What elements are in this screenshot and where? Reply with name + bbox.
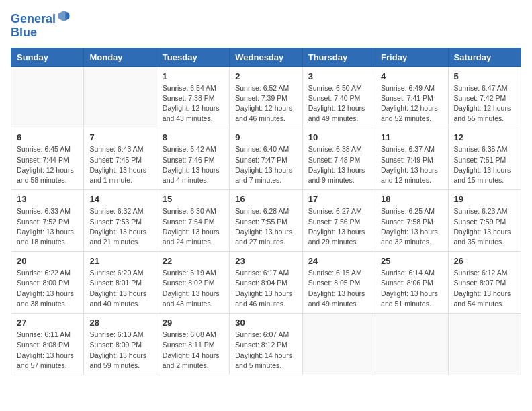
calendar-cell: 9Sunrise: 6:40 AM Sunset: 7:47 PM Daylig…	[230, 128, 302, 190]
day-number: 27	[17, 318, 78, 328]
day-number: 29	[163, 318, 224, 328]
calendar-cell: 12Sunrise: 6:35 AM Sunset: 7:51 PM Dayli…	[448, 128, 521, 190]
day-info: Sunrise: 6:19 AM Sunset: 8:02 PM Dayligh…	[163, 268, 224, 309]
calendar-cell: 26Sunrise: 6:12 AM Sunset: 8:07 PM Dayli…	[448, 252, 521, 314]
day-number: 4	[381, 71, 442, 81]
calendar-cell: 15Sunrise: 6:30 AM Sunset: 7:54 PM Dayli…	[157, 190, 229, 252]
day-number: 13	[17, 194, 78, 204]
day-info: Sunrise: 6:43 AM Sunset: 7:45 PM Dayligh…	[89, 144, 150, 185]
calendar-cell: 22Sunrise: 6:19 AM Sunset: 8:02 PM Dayli…	[157, 252, 229, 314]
day-info: Sunrise: 6:42 AM Sunset: 7:46 PM Dayligh…	[163, 144, 224, 185]
day-info: Sunrise: 6:22 AM Sunset: 8:00 PM Dayligh…	[17, 268, 78, 309]
day-info: Sunrise: 6:28 AM Sunset: 7:55 PM Dayligh…	[235, 206, 296, 247]
day-number: 26	[454, 256, 515, 266]
day-info: Sunrise: 6:23 AM Sunset: 7:59 PM Dayligh…	[454, 206, 515, 247]
calendar-cell: 8Sunrise: 6:42 AM Sunset: 7:46 PM Daylig…	[157, 128, 229, 190]
day-info: Sunrise: 6:12 AM Sunset: 8:07 PM Dayligh…	[454, 268, 515, 309]
logo-general: General	[11, 12, 56, 26]
week-row-3: 13Sunrise: 6:33 AM Sunset: 7:52 PM Dayli…	[11, 190, 521, 252]
calendar-cell	[302, 314, 375, 375]
day-number: 20	[17, 256, 78, 266]
day-number: 30	[235, 318, 296, 328]
day-info: Sunrise: 6:38 AM Sunset: 7:48 PM Dayligh…	[308, 144, 369, 185]
week-row-1: 1Sunrise: 6:54 AM Sunset: 7:38 PM Daylig…	[11, 66, 521, 128]
day-info: Sunrise: 6:35 AM Sunset: 7:51 PM Dayligh…	[454, 144, 515, 185]
week-row-2: 6Sunrise: 6:45 AM Sunset: 7:44 PM Daylig…	[11, 128, 521, 190]
day-number: 3	[308, 71, 369, 81]
day-number: 15	[163, 194, 224, 204]
page-header: General Blue	[11, 11, 521, 40]
calendar-cell: 23Sunrise: 6:17 AM Sunset: 8:04 PM Dayli…	[230, 252, 302, 314]
day-number: 24	[308, 256, 369, 266]
calendar-cell: 29Sunrise: 6:08 AM Sunset: 8:11 PM Dayli…	[157, 314, 229, 375]
day-info: Sunrise: 6:32 AM Sunset: 7:53 PM Dayligh…	[89, 206, 150, 247]
calendar-cell: 7Sunrise: 6:43 AM Sunset: 7:45 PM Daylig…	[84, 128, 157, 190]
day-info: Sunrise: 6:17 AM Sunset: 8:04 PM Dayligh…	[235, 268, 296, 309]
calendar-cell: 18Sunrise: 6:25 AM Sunset: 7:58 PM Dayli…	[375, 190, 448, 252]
day-number: 9	[235, 132, 296, 142]
calendar-cell: 16Sunrise: 6:28 AM Sunset: 7:55 PM Dayli…	[230, 190, 302, 252]
day-number: 22	[163, 256, 224, 266]
logo-icon	[57, 9, 71, 23]
calendar-cell: 1Sunrise: 6:54 AM Sunset: 7:38 PM Daylig…	[157, 66, 229, 128]
calendar-cell: 25Sunrise: 6:14 AM Sunset: 8:06 PM Dayli…	[375, 252, 448, 314]
day-number: 6	[17, 132, 78, 142]
day-number: 18	[381, 194, 442, 204]
calendar-cell: 30Sunrise: 6:07 AM Sunset: 8:12 PM Dayli…	[230, 314, 302, 375]
day-info: Sunrise: 6:14 AM Sunset: 8:06 PM Dayligh…	[381, 268, 442, 309]
day-number: 5	[454, 71, 515, 81]
day-number: 23	[235, 256, 296, 266]
day-info: Sunrise: 6:25 AM Sunset: 7:58 PM Dayligh…	[381, 206, 442, 247]
day-number: 19	[454, 194, 515, 204]
day-info: Sunrise: 6:54 AM Sunset: 7:38 PM Dayligh…	[163, 83, 224, 124]
day-info: Sunrise: 6:07 AM Sunset: 8:12 PM Dayligh…	[235, 330, 296, 371]
calendar-cell: 14Sunrise: 6:32 AM Sunset: 7:53 PM Dayli…	[84, 190, 157, 252]
week-row-4: 20Sunrise: 6:22 AM Sunset: 8:00 PM Dayli…	[11, 252, 521, 314]
calendar-cell	[375, 314, 448, 375]
weekday-header-sunday: Sunday	[11, 48, 84, 66]
calendar-cell: 11Sunrise: 6:37 AM Sunset: 7:49 PM Dayli…	[375, 128, 448, 190]
day-info: Sunrise: 6:40 AM Sunset: 7:47 PM Dayligh…	[235, 144, 296, 185]
calendar-cell	[84, 66, 157, 128]
calendar-cell: 17Sunrise: 6:27 AM Sunset: 7:56 PM Dayli…	[302, 190, 375, 252]
day-number: 28	[89, 318, 150, 328]
day-number: 2	[235, 71, 296, 81]
day-info: Sunrise: 6:20 AM Sunset: 8:01 PM Dayligh…	[89, 268, 150, 309]
calendar-cell: 10Sunrise: 6:38 AM Sunset: 7:48 PM Dayli…	[302, 128, 375, 190]
day-info: Sunrise: 6:15 AM Sunset: 8:05 PM Dayligh…	[308, 268, 369, 309]
calendar-cell	[448, 314, 521, 375]
day-info: Sunrise: 6:11 AM Sunset: 8:08 PM Dayligh…	[17, 330, 78, 371]
weekday-header-tuesday: Tuesday	[157, 48, 229, 66]
calendar-cell: 6Sunrise: 6:45 AM Sunset: 7:44 PM Daylig…	[11, 128, 84, 190]
logo-blue: Blue	[11, 26, 37, 39]
day-info: Sunrise: 6:08 AM Sunset: 8:11 PM Dayligh…	[163, 330, 224, 371]
calendar-cell: 2Sunrise: 6:52 AM Sunset: 7:39 PM Daylig…	[230, 66, 302, 128]
day-info: Sunrise: 6:49 AM Sunset: 7:41 PM Dayligh…	[381, 83, 442, 124]
calendar-cell	[11, 66, 84, 128]
day-number: 25	[381, 256, 442, 266]
day-number: 11	[381, 132, 442, 142]
calendar-cell: 5Sunrise: 6:47 AM Sunset: 7:42 PM Daylig…	[448, 66, 521, 128]
day-info: Sunrise: 6:33 AM Sunset: 7:52 PM Dayligh…	[17, 206, 78, 247]
calendar-cell: 19Sunrise: 6:23 AM Sunset: 7:59 PM Dayli…	[448, 190, 521, 252]
day-number: 17	[308, 194, 369, 204]
calendar-cell: 4Sunrise: 6:49 AM Sunset: 7:41 PM Daylig…	[375, 66, 448, 128]
week-row-5: 27Sunrise: 6:11 AM Sunset: 8:08 PM Dayli…	[11, 314, 521, 375]
calendar-table: SundayMondayTuesdayWednesdayThursdayFrid…	[11, 48, 521, 375]
calendar-cell: 20Sunrise: 6:22 AM Sunset: 8:00 PM Dayli…	[11, 252, 84, 314]
day-info: Sunrise: 6:30 AM Sunset: 7:54 PM Dayligh…	[163, 206, 224, 247]
weekday-header-wednesday: Wednesday	[230, 48, 302, 66]
day-info: Sunrise: 6:27 AM Sunset: 7:56 PM Dayligh…	[308, 206, 369, 247]
weekday-header-monday: Monday	[84, 48, 157, 66]
calendar-cell: 27Sunrise: 6:11 AM Sunset: 8:08 PM Dayli…	[11, 314, 84, 375]
weekday-header-saturday: Saturday	[448, 48, 521, 66]
day-info: Sunrise: 6:37 AM Sunset: 7:49 PM Dayligh…	[381, 144, 442, 185]
day-number: 12	[454, 132, 515, 142]
day-number: 14	[89, 194, 150, 204]
day-info: Sunrise: 6:47 AM Sunset: 7:42 PM Dayligh…	[454, 83, 515, 124]
calendar-cell: 24Sunrise: 6:15 AM Sunset: 8:05 PM Dayli…	[302, 252, 375, 314]
weekday-header-thursday: Thursday	[302, 48, 375, 66]
day-number: 8	[163, 132, 224, 142]
calendar-cell: 3Sunrise: 6:50 AM Sunset: 7:40 PM Daylig…	[302, 66, 375, 128]
day-number: 16	[235, 194, 296, 204]
